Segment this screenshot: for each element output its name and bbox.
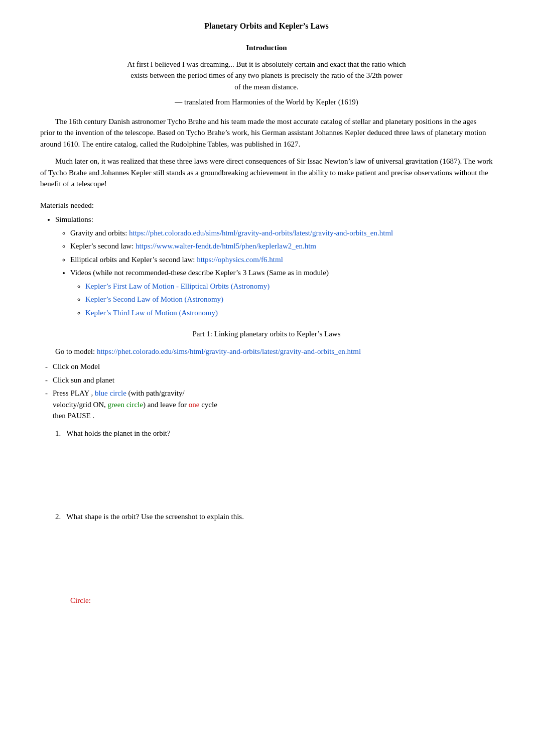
elliptical-label: Elliptical orbits and Kepler’s second la…: [70, 256, 197, 264]
instruction-1: Click on Model: [45, 361, 493, 372]
question-2-text: 2. What shape is the orbit? Use the scre…: [55, 511, 493, 523]
videos-label: Videos (while not recommended-these desc…: [70, 269, 329, 277]
page-title: Planetary Orbits and Kepler’s Laws: [40, 20, 493, 32]
elliptical-item: Elliptical orbits and Kepler’s second la…: [70, 254, 493, 266]
circle-answer-label: Circle:: [70, 596, 91, 604]
question-1: 1. What holds the planet in the orbit?: [55, 428, 493, 481]
question-1-body: What holds the planet in the orbit?: [66, 429, 170, 437]
question-2-number: 2.: [55, 513, 61, 521]
question-2-answer-area: [55, 525, 493, 565]
video-links-list: Kepler’s First Law of Motion - Elliptica…: [85, 281, 493, 319]
videos-label-item: Videos (while not recommended-these desc…: [70, 267, 493, 318]
introduction-heading: Introduction: [40, 42, 493, 54]
question-1-number: 1.: [55, 429, 61, 437]
paragraph-2: Much later on, it was realized that thes…: [40, 156, 493, 190]
translation-text: — translated from Harmonies of the World…: [40, 96, 493, 108]
press-play-line3: then PAUSE .: [53, 412, 94, 420]
press-play-middle: (with path/gravity/: [126, 389, 185, 397]
go-to-model-label: Go to model:: [55, 347, 97, 355]
gravity-orbits-item: Gravity and orbits: https://phet.colorad…: [70, 227, 493, 239]
gravity-orbits-link[interactable]: https://phet.colorado.edu/sims/html/grav…: [129, 229, 393, 237]
videos-list: Videos (while not recommended-these desc…: [70, 267, 493, 318]
go-to-model-paragraph: Go to model: https://phet.colorado.edu/s…: [55, 346, 493, 357]
materials-heading: Materials needed:: [40, 200, 493, 211]
circle-answer: Circle:: [70, 595, 493, 606]
simulations-label: Simulations:: [55, 215, 93, 223]
question-2-body: What shape is the orbit? Use the screens…: [66, 513, 244, 521]
intro-quote: At first I believed I was dreaming... Bu…: [40, 59, 493, 93]
instruction-3: Press PLAY , blue circle (with path/grav…: [45, 388, 493, 422]
press-play-line2-middle: ) and leave for: [143, 401, 189, 409]
green-circle-text: green circle: [108, 401, 143, 409]
video3-item: Kepler’s Third Law of Motion (Astronomy): [85, 307, 493, 319]
video3-link[interactable]: Kepler’s Third Law of Motion (Astronomy): [85, 309, 218, 317]
gravity-orbits-label: Gravity and orbits:: [70, 229, 129, 237]
press-play-line2-prefix: velocity/grid ON,: [53, 401, 108, 409]
question-1-answer-area: [55, 441, 493, 481]
materials-list: Simulations: Gravity and orbits: https:/…: [55, 214, 493, 318]
paragraph-1: The 16th century Danish astronomer Tycho…: [40, 116, 493, 150]
video1-link[interactable]: Kepler’s First Law of Motion - Elliptica…: [85, 282, 270, 290]
elliptical-link[interactable]: https://ophysics.com/f6.html: [197, 256, 283, 264]
kepler-second-item: Kepler’s second law: https://www.walter-…: [70, 240, 493, 252]
go-to-model-link[interactable]: https://phet.colorado.edu/sims/html/grav…: [97, 347, 361, 355]
video2-link[interactable]: Kepler’s Second Law of Motion (Astronomy…: [85, 295, 223, 303]
video2-item: Kepler’s Second Law of Motion (Astronomy…: [85, 294, 493, 305]
blue-circle-text: blue circle: [95, 389, 126, 397]
part1-heading: Part 1: Linking planetary orbits to Kepl…: [40, 328, 493, 340]
instructions-list: Click on Model Click sun and planet Pres…: [45, 361, 493, 422]
press-play-prefix: Press PLAY ,: [53, 389, 95, 397]
kepler-second-label: Kepler’s second law:: [70, 242, 136, 250]
one-text: one: [189, 401, 200, 409]
question-1-text: 1. What holds the planet in the orbit?: [55, 428, 493, 439]
simulation-links-list: Gravity and orbits: https://phet.colorad…: [70, 227, 493, 266]
video1-item: Kepler’s First Law of Motion - Elliptica…: [85, 281, 493, 292]
question-2: 2. What shape is the orbit? Use the scre…: [55, 511, 493, 565]
simulations-item: Simulations: Gravity and orbits: https:/…: [55, 214, 493, 318]
kepler-second-link[interactable]: https://www.walter-fendt.de/html5/phen/k…: [136, 242, 316, 250]
instruction-2: Click sun and planet: [45, 374, 493, 386]
press-play-line2-suffix: cycle: [199, 401, 217, 409]
